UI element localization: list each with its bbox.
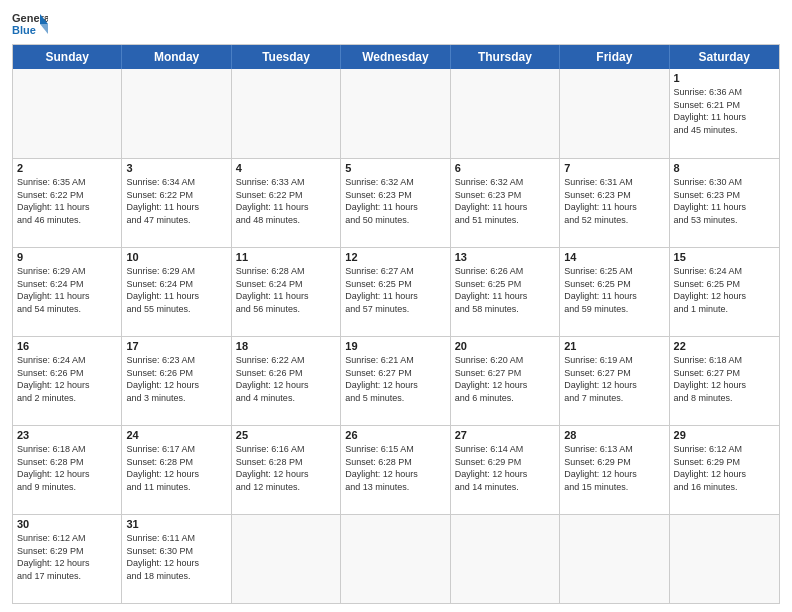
day-info: Sunrise: 6:21 AM Sunset: 6:27 PM Dayligh… [345, 354, 445, 404]
day-info: Sunrise: 6:12 AM Sunset: 6:29 PM Dayligh… [674, 443, 775, 493]
day-info: Sunrise: 6:27 AM Sunset: 6:25 PM Dayligh… [345, 265, 445, 315]
day-info: Sunrise: 6:31 AM Sunset: 6:23 PM Dayligh… [564, 176, 664, 226]
day-number: 28 [564, 429, 664, 441]
day-info: Sunrise: 6:33 AM Sunset: 6:22 PM Dayligh… [236, 176, 336, 226]
week-3: 9Sunrise: 6:29 AM Sunset: 6:24 PM Daylig… [13, 247, 779, 336]
day-cell-6: 6Sunrise: 6:32 AM Sunset: 6:23 PM Daylig… [451, 159, 560, 247]
day-info: Sunrise: 6:35 AM Sunset: 6:22 PM Dayligh… [17, 176, 117, 226]
day-cell-28: 28Sunrise: 6:13 AM Sunset: 6:29 PM Dayli… [560, 426, 669, 514]
empty-cell [670, 515, 779, 603]
day-cell-25: 25Sunrise: 6:16 AM Sunset: 6:28 PM Dayli… [232, 426, 341, 514]
day-cell-4: 4Sunrise: 6:33 AM Sunset: 6:22 PM Daylig… [232, 159, 341, 247]
day-number: 5 [345, 162, 445, 174]
day-cell-27: 27Sunrise: 6:14 AM Sunset: 6:29 PM Dayli… [451, 426, 560, 514]
day-number: 23 [17, 429, 117, 441]
day-info: Sunrise: 6:24 AM Sunset: 6:25 PM Dayligh… [674, 265, 775, 315]
day-number: 2 [17, 162, 117, 174]
day-cell-30: 30Sunrise: 6:12 AM Sunset: 6:29 PM Dayli… [13, 515, 122, 603]
day-cell-5: 5Sunrise: 6:32 AM Sunset: 6:23 PM Daylig… [341, 159, 450, 247]
day-cell-3: 3Sunrise: 6:34 AM Sunset: 6:22 PM Daylig… [122, 159, 231, 247]
day-number: 18 [236, 340, 336, 352]
empty-cell [232, 515, 341, 603]
svg-marker-3 [40, 24, 48, 34]
day-cell-15: 15Sunrise: 6:24 AM Sunset: 6:25 PM Dayli… [670, 248, 779, 336]
header-day-tuesday: Tuesday [232, 45, 341, 69]
day-number: 1 [674, 72, 775, 84]
day-number: 26 [345, 429, 445, 441]
day-info: Sunrise: 6:26 AM Sunset: 6:25 PM Dayligh… [455, 265, 555, 315]
calendar-header: SundayMondayTuesdayWednesdayThursdayFrid… [13, 45, 779, 69]
calendar: SundayMondayTuesdayWednesdayThursdayFrid… [12, 44, 780, 604]
week-6: 30Sunrise: 6:12 AM Sunset: 6:29 PM Dayli… [13, 514, 779, 603]
day-info: Sunrise: 6:20 AM Sunset: 6:27 PM Dayligh… [455, 354, 555, 404]
day-info: Sunrise: 6:15 AM Sunset: 6:28 PM Dayligh… [345, 443, 445, 493]
day-cell-11: 11Sunrise: 6:28 AM Sunset: 6:24 PM Dayli… [232, 248, 341, 336]
empty-cell [232, 69, 341, 158]
week-5: 23Sunrise: 6:18 AM Sunset: 6:28 PM Dayli… [13, 425, 779, 514]
empty-cell [341, 69, 450, 158]
day-info: Sunrise: 6:29 AM Sunset: 6:24 PM Dayligh… [126, 265, 226, 315]
day-number: 31 [126, 518, 226, 530]
day-number: 14 [564, 251, 664, 263]
day-info: Sunrise: 6:13 AM Sunset: 6:29 PM Dayligh… [564, 443, 664, 493]
day-number: 21 [564, 340, 664, 352]
day-info: Sunrise: 6:32 AM Sunset: 6:23 PM Dayligh… [345, 176, 445, 226]
day-info: Sunrise: 6:32 AM Sunset: 6:23 PM Dayligh… [455, 176, 555, 226]
logo-icon: General Blue [12, 10, 48, 38]
day-cell-7: 7Sunrise: 6:31 AM Sunset: 6:23 PM Daylig… [560, 159, 669, 247]
day-info: Sunrise: 6:34 AM Sunset: 6:22 PM Dayligh… [126, 176, 226, 226]
day-info: Sunrise: 6:22 AM Sunset: 6:26 PM Dayligh… [236, 354, 336, 404]
header-day-wednesday: Wednesday [341, 45, 450, 69]
day-info: Sunrise: 6:14 AM Sunset: 6:29 PM Dayligh… [455, 443, 555, 493]
svg-text:Blue: Blue [12, 24, 36, 36]
empty-cell [451, 69, 560, 158]
header-day-monday: Monday [122, 45, 231, 69]
day-info: Sunrise: 6:24 AM Sunset: 6:26 PM Dayligh… [17, 354, 117, 404]
day-cell-12: 12Sunrise: 6:27 AM Sunset: 6:25 PM Dayli… [341, 248, 450, 336]
week-4: 16Sunrise: 6:24 AM Sunset: 6:26 PM Dayli… [13, 336, 779, 425]
day-info: Sunrise: 6:29 AM Sunset: 6:24 PM Dayligh… [17, 265, 117, 315]
week-1: 1Sunrise: 6:36 AM Sunset: 6:21 PM Daylig… [13, 69, 779, 158]
day-cell-16: 16Sunrise: 6:24 AM Sunset: 6:26 PM Dayli… [13, 337, 122, 425]
day-info: Sunrise: 6:19 AM Sunset: 6:27 PM Dayligh… [564, 354, 664, 404]
day-number: 30 [17, 518, 117, 530]
empty-cell [560, 515, 669, 603]
header-day-friday: Friday [560, 45, 669, 69]
page: General Blue SundayMondayTuesdayWednesda… [0, 0, 792, 612]
day-info: Sunrise: 6:30 AM Sunset: 6:23 PM Dayligh… [674, 176, 775, 226]
day-cell-8: 8Sunrise: 6:30 AM Sunset: 6:23 PM Daylig… [670, 159, 779, 247]
empty-cell [122, 69, 231, 158]
empty-cell [341, 515, 450, 603]
day-number: 19 [345, 340, 445, 352]
day-number: 16 [17, 340, 117, 352]
day-number: 12 [345, 251, 445, 263]
day-number: 15 [674, 251, 775, 263]
day-cell-29: 29Sunrise: 6:12 AM Sunset: 6:29 PM Dayli… [670, 426, 779, 514]
header-day-sunday: Sunday [13, 45, 122, 69]
day-info: Sunrise: 6:18 AM Sunset: 6:28 PM Dayligh… [17, 443, 117, 493]
day-info: Sunrise: 6:36 AM Sunset: 6:21 PM Dayligh… [674, 86, 775, 136]
day-info: Sunrise: 6:12 AM Sunset: 6:29 PM Dayligh… [17, 532, 117, 582]
day-cell-14: 14Sunrise: 6:25 AM Sunset: 6:25 PM Dayli… [560, 248, 669, 336]
day-number: 11 [236, 251, 336, 263]
logo: General Blue [12, 10, 48, 38]
day-number: 6 [455, 162, 555, 174]
day-cell-13: 13Sunrise: 6:26 AM Sunset: 6:25 PM Dayli… [451, 248, 560, 336]
header-day-thursday: Thursday [451, 45, 560, 69]
empty-cell [13, 69, 122, 158]
day-info: Sunrise: 6:28 AM Sunset: 6:24 PM Dayligh… [236, 265, 336, 315]
day-number: 29 [674, 429, 775, 441]
day-number: 22 [674, 340, 775, 352]
day-number: 13 [455, 251, 555, 263]
day-number: 24 [126, 429, 226, 441]
day-number: 8 [674, 162, 775, 174]
day-number: 7 [564, 162, 664, 174]
day-cell-31: 31Sunrise: 6:11 AM Sunset: 6:30 PM Dayli… [122, 515, 231, 603]
day-cell-24: 24Sunrise: 6:17 AM Sunset: 6:28 PM Dayli… [122, 426, 231, 514]
day-cell-21: 21Sunrise: 6:19 AM Sunset: 6:27 PM Dayli… [560, 337, 669, 425]
day-number: 9 [17, 251, 117, 263]
day-cell-10: 10Sunrise: 6:29 AM Sunset: 6:24 PM Dayli… [122, 248, 231, 336]
day-info: Sunrise: 6:11 AM Sunset: 6:30 PM Dayligh… [126, 532, 226, 582]
day-number: 10 [126, 251, 226, 263]
header: General Blue [12, 10, 780, 38]
